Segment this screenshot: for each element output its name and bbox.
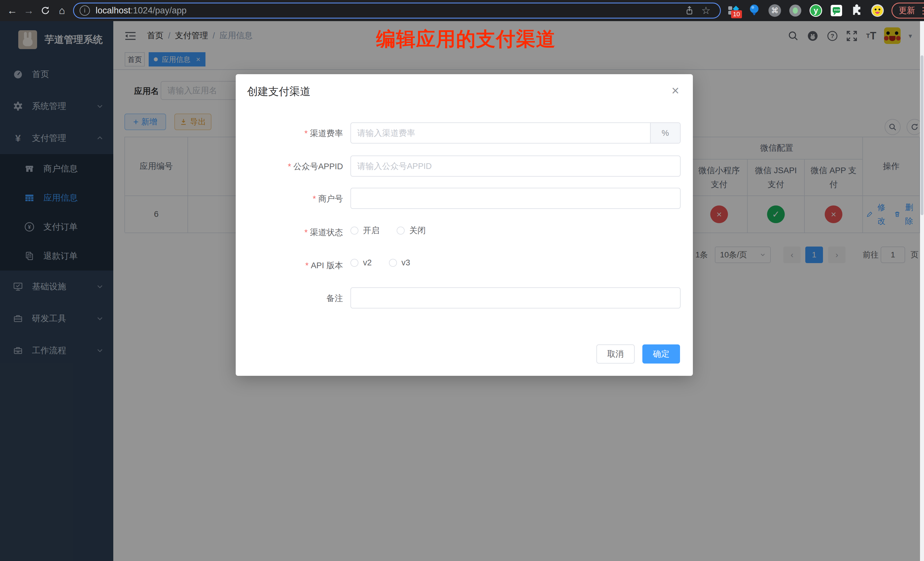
required-star: *	[305, 261, 309, 270]
appid-input[interactable]	[351, 156, 680, 176]
browser-forward-icon[interactable]: →	[21, 2, 37, 19]
radio-label: 开启	[363, 225, 380, 236]
radio-api-v3[interactable]: v3	[389, 258, 410, 267]
remark-input[interactable]	[351, 288, 680, 308]
radio-label: 关闭	[409, 225, 426, 236]
site-info-icon[interactable]: i	[80, 5, 90, 16]
radio-circle-icon	[389, 259, 397, 267]
confirm-button[interactable]: 确定	[642, 344, 680, 363]
address-bar[interactable]: i localhost:1024/pay/app ☆	[73, 3, 721, 18]
radio-circle-icon	[397, 226, 405, 234]
radio-label: v3	[402, 258, 410, 267]
radio-api-v2[interactable]: v2	[350, 258, 372, 267]
radio-circle-icon	[350, 259, 358, 267]
api-radio-group: v2 v3	[350, 258, 410, 267]
percent-suffix: %	[650, 123, 680, 143]
appid-input-wrap	[350, 156, 681, 177]
browser-toolbar: ← → ⌂ i localhost:1024/pay/app ☆ 10	[0, 0, 924, 21]
field-label-status: *渠道状态	[236, 227, 343, 238]
field-label-mch: *商户号	[236, 193, 343, 205]
extension-ide-icon[interactable]: 10	[727, 4, 740, 17]
dialog-title: 创建支付渠道	[247, 84, 310, 99]
rate-input-wrap: %	[350, 122, 681, 144]
update-label: 更新	[898, 5, 915, 16]
field-label-rate: *渠道费率	[236, 128, 343, 139]
remark-input-wrap	[350, 287, 681, 309]
radio-status-open[interactable]: 开启	[350, 225, 380, 236]
create-channel-dialog: 创建支付渠道 × *渠道费率 % *公众号APPID *商户号 *渠道状态	[236, 74, 693, 376]
browser-reload-icon[interactable]	[37, 2, 54, 19]
field-label-api: *API 版本	[236, 260, 343, 272]
radio-label: v2	[363, 258, 372, 267]
scrollbar[interactable]	[920, 21, 924, 561]
scrollbar-thumb[interactable]	[921, 56, 923, 215]
bookmark-star-icon[interactable]: ☆	[698, 2, 714, 19]
browser-home-icon[interactable]: ⌂	[54, 2, 70, 19]
browser-back-icon[interactable]: ←	[4, 2, 21, 19]
field-label-remark: 备注	[236, 293, 343, 304]
browser-update-button[interactable]: 更新 ⋮	[891, 3, 924, 18]
url-host: localhost	[96, 5, 130, 15]
extension-badge: 10	[731, 10, 742, 18]
extension-command-icon[interactable]: ⌘	[768, 4, 782, 17]
required-star: *	[288, 162, 291, 171]
radio-status-closed[interactable]: 关闭	[397, 225, 426, 236]
radio-circle-icon	[350, 226, 358, 234]
extension-dot-icon[interactable]	[789, 4, 802, 17]
dialog-close-icon[interactable]: ×	[672, 83, 679, 98]
required-star: *	[304, 129, 308, 138]
field-label-appid: *公众号APPID	[236, 161, 343, 172]
extension-balloon-icon[interactable]	[748, 4, 761, 17]
annotation-text: 编辑应用的支付渠道	[376, 26, 556, 52]
mch-input-wrap	[350, 188, 681, 209]
share-icon[interactable]	[681, 2, 698, 19]
extensions-puzzle-icon[interactable]	[850, 4, 864, 17]
url-text: localhost:1024/pay/app	[96, 5, 681, 16]
required-star: *	[304, 228, 308, 237]
app-window: 芋道管理系统 首页 系统管理	[0, 21, 924, 561]
extension-y-icon[interactable]: y	[809, 4, 822, 17]
mch-input[interactable]	[351, 188, 680, 208]
rate-input[interactable]	[351, 123, 650, 143]
status-radio-group: 开启 关闭	[350, 225, 426, 236]
browser-menu-icon[interactable]: ⋮	[919, 5, 924, 16]
required-star: *	[313, 194, 316, 203]
extensions-area: 10 ⌘ y	[727, 4, 884, 17]
extension-chat-icon[interactable]	[830, 4, 843, 17]
cancel-button[interactable]: 取消	[596, 344, 634, 363]
url-path: :1024/pay/app	[130, 5, 187, 15]
profile-emoji-icon[interactable]	[871, 4, 884, 17]
